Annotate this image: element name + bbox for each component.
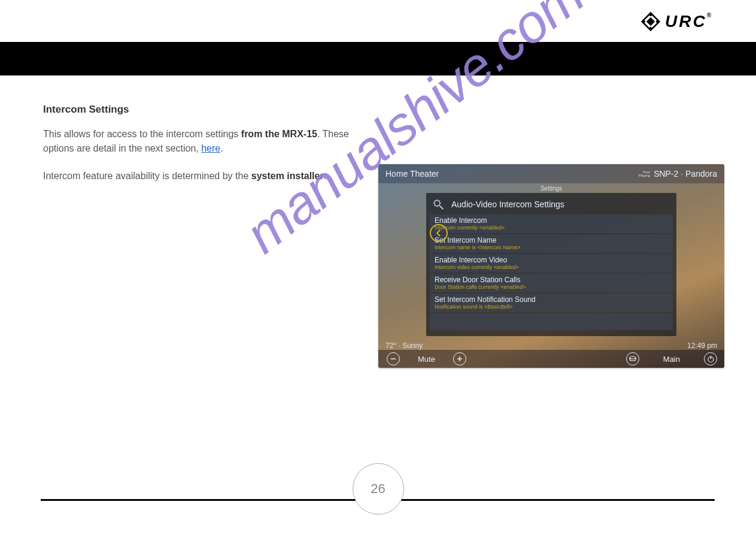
urc-diamond-icon: [640, 11, 661, 32]
volume-down-button[interactable]: [387, 352, 400, 365]
paragraph-2: Intercom feature availability is determi…: [43, 169, 354, 183]
settings-row-enable-intercom-video[interactable]: Enable Intercom Video Intercom video cur…: [430, 254, 673, 273]
page-number-badge: 26: [353, 463, 404, 515]
screenshot-header: Home Theater Now Playing SNP-2 · Pandora: [378, 164, 724, 183]
paragraph-1: This allows for access to the intercom s…: [43, 127, 354, 156]
mute-button[interactable]: Mute: [418, 355, 435, 364]
power-icon: [707, 355, 715, 363]
page-number: 26: [371, 481, 385, 497]
svg-point-7: [435, 201, 440, 206]
intercom-settings-icon: [432, 198, 445, 211]
brand-logo: URC®: [640, 11, 713, 32]
power-button[interactable]: [704, 352, 717, 365]
brand-logo-text: URC®: [665, 12, 713, 31]
plus-icon: [456, 355, 463, 362]
svg-point-4: [656, 20, 658, 23]
weather-status: 72° · Sunny: [385, 341, 423, 350]
rooms-button[interactable]: [626, 352, 639, 365]
settings-row-enable-intercom[interactable]: Enable Intercom Intercom currently <enab…: [430, 214, 673, 233]
rooms-icon: [629, 355, 637, 363]
now-playing-label: Now Playing: [638, 170, 650, 177]
clock-status: 12:49 pm: [687, 341, 717, 350]
settings-crumb: Settings: [378, 183, 724, 193]
svg-point-11: [630, 356, 636, 359]
now-playing-value: SNP-2 · Pandora: [654, 169, 717, 179]
settings-row-set-notification-sound[interactable]: Set Intercom Notification Sound Notifica…: [430, 294, 673, 312]
room-label: Home Theater: [385, 169, 439, 179]
volume-up-button[interactable]: [453, 352, 466, 365]
header-banner: [0, 42, 756, 75]
back-button[interactable]: [430, 224, 448, 242]
svg-point-3: [649, 14, 652, 16]
svg-point-6: [643, 20, 645, 23]
status-bar: 72° · Sunny 12:49 pm: [378, 341, 724, 350]
minus-icon: [390, 355, 397, 362]
panel-title: Audio-Video Intercom Settings: [451, 200, 564, 209]
bottom-bar: Mute Main: [378, 350, 724, 368]
settings-row-receive-door-station-calls[interactable]: Receive Door Station Calls Door Station …: [430, 274, 673, 292]
svg-point-5: [649, 27, 652, 29]
main-button[interactable]: Main: [663, 355, 680, 364]
section-title: Intercom Settings: [43, 102, 354, 117]
settings-panel: Audio-Video Intercom Settings Enable Int…: [426, 193, 676, 336]
body-text-column: Intercom Settings This allows for access…: [43, 102, 354, 197]
settings-row-empty: [430, 313, 673, 330]
chevron-left-icon: [435, 229, 443, 237]
settings-row-set-intercom-name[interactable]: Set Intercom Name Intercom name is <Inte…: [430, 234, 673, 253]
device-screenshot: Home Theater Now Playing SNP-2 · Pandora…: [378, 164, 724, 368]
here-link[interactable]: here: [201, 143, 220, 153]
